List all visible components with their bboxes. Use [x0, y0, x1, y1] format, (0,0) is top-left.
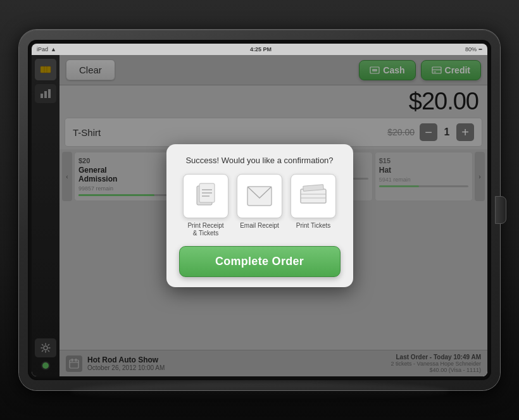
- modal-title: Success! Would you like a confirmation?: [179, 156, 341, 165]
- battery-icon: [478, 49, 482, 50]
- print-tickets-icon-box: [291, 174, 336, 218]
- device-reflection: [70, 382, 449, 401]
- home-button[interactable]: [495, 196, 506, 224]
- ticket-print-icon: [299, 184, 328, 208]
- confirmation-modal: Success! Would you like a confirmation?: [166, 144, 353, 287]
- email-receipt-option[interactable]: Email Receipt: [237, 174, 282, 237]
- print-receipt-option[interactable]: Print Receipt& Tickets: [183, 174, 228, 237]
- email-receipt-label: Email Receipt: [240, 222, 279, 229]
- email-receipt-icon-box: [237, 174, 282, 218]
- status-bar: iPad ▲ 4:25 PM 80%: [32, 44, 487, 55]
- complete-order-button[interactable]: Complete Order: [179, 246, 341, 277]
- print-tickets-option[interactable]: Print Tickets: [291, 174, 336, 237]
- print-tickets-label: Print Tickets: [296, 222, 330, 229]
- print-receipt-icon: [192, 182, 220, 210]
- wifi-icon: ▲: [51, 46, 56, 52]
- ipad-label: iPad: [37, 46, 48, 52]
- battery-label: 80%: [465, 46, 477, 52]
- email-icon: [246, 185, 273, 207]
- modal-overlay: Success! Would you like a confirmation?: [32, 55, 487, 376]
- print-receipt-label: Print Receipt& Tickets: [187, 222, 223, 237]
- modal-options: Print Receipt& Tickets Email Receipt: [179, 174, 341, 237]
- print-receipt-icon-box: [183, 174, 228, 218]
- time-display: 4:25 PM: [250, 46, 272, 52]
